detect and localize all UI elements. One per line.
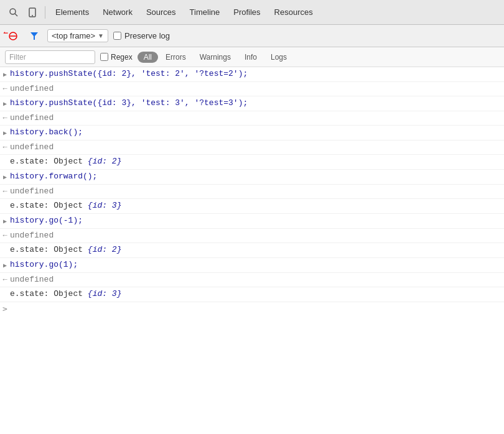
expand-button[interactable]: ▶ (0, 172, 10, 183)
output-arrow: ← (0, 142, 10, 152)
nav-item-resources[interactable]: Resources (268, 5, 319, 19)
filter-tabs: All Errors Warnings Info Logs (138, 52, 293, 63)
log-text: undefined (10, 274, 502, 285)
log-text: undefined (10, 186, 502, 197)
frame-selector[interactable]: <top frame> ▼ (47, 29, 108, 42)
regex-label[interactable]: Regex (100, 53, 133, 62)
output-arrow: ← (0, 83, 10, 93)
log-text: history.pushState({id: 3}, 'test: 3', '?… (10, 98, 502, 109)
log-text: history.go(-1); (10, 215, 502, 226)
log-text: undefined (10, 230, 502, 241)
top-nav-bar: Elements Network Sources Timeline Profil… (0, 0, 504, 25)
svg-point-0 (10, 9, 16, 14)
frame-selector-label: <top frame> (52, 31, 95, 40)
log-entry: ←undefined (0, 185, 504, 199)
tab-warnings[interactable]: Warnings (194, 52, 237, 63)
log-text: undefined (10, 142, 502, 153)
log-text: e.state: Object {id: 2} (10, 244, 502, 256)
filter-button[interactable] (26, 28, 42, 44)
log-entry: ←undefined (0, 141, 504, 155)
preserve-log-label: Preserve log (124, 31, 170, 40)
expand-button[interactable]: ▶ (0, 98, 10, 109)
nav-item-timeline[interactable]: Timeline (184, 5, 226, 19)
nav-item-network[interactable]: Network (96, 5, 139, 19)
log-text: undefined (10, 83, 502, 95)
log-entry: ←undefined (0, 273, 504, 287)
filter-row: Regex All Errors Warnings Info Logs (0, 47, 504, 67)
spacer (0, 201, 10, 212)
output-arrow: ← (0, 113, 10, 122)
log-entry: ▶history.go(-1); (0, 214, 504, 229)
output-arrow: ← (0, 186, 10, 196)
log-text: undefined (10, 113, 502, 124)
log-text: history.back(); (10, 127, 502, 138)
log-text: history.pushState({id: 2}, 'test: 2', '?… (10, 68, 502, 80)
nav-item-sources[interactable]: Sources (140, 5, 182, 19)
spacer (0, 157, 10, 168)
log-entry: ▶history.go(1); (0, 258, 504, 273)
tab-info[interactable]: Info (238, 52, 263, 63)
log-text: e.state: Object {id: 3} (10, 200, 502, 211)
log-entry: e.state: Object {id: 2} (0, 243, 504, 258)
nav-item-elements[interactable]: Elements (49, 5, 95, 19)
spacer (0, 245, 10, 256)
log-entry: ▶history.pushState({id: 3}, 'test: 3', '… (0, 96, 504, 111)
log-entry: ▶history.forward(); (0, 170, 504, 185)
preserve-log-checkbox[interactable] (113, 32, 121, 40)
nav-item-profiles[interactable]: Profiles (227, 5, 266, 19)
main-content: ⃐⃐ <top frame> ▼ Preserve log Regex (0, 25, 504, 434)
tab-errors[interactable]: Errors (159, 52, 192, 63)
log-entry: ▶history.pushState({id: 2}, 'test: 2', '… (0, 67, 504, 82)
log-text: e.state: Object {id: 2} (10, 156, 502, 167)
console-prompt[interactable]: > (0, 302, 504, 315)
log-entry: ▶history.back(); (0, 126, 504, 141)
log-entry: e.state: Object {id: 3} (0, 199, 504, 214)
log-text: history.go(1); (10, 259, 502, 270)
log-text: e.state: Object {id: 3} (10, 289, 502, 300)
filter-input[interactable] (5, 50, 95, 64)
toolbar: ⃐⃐ <top frame> ▼ Preserve log (0, 25, 504, 47)
search-icon[interactable] (5, 4, 22, 21)
expand-button[interactable]: ▶ (0, 69, 10, 80)
log-text: history.forward(); (10, 171, 502, 182)
chevron-down-icon: ▼ (98, 32, 104, 39)
log-entry: ←undefined (0, 229, 504, 243)
block-button[interactable]: ⃐⃐ (5, 28, 21, 44)
console-log[interactable]: ▶history.pushState({id: 2}, 'test: 2', '… (0, 67, 504, 434)
device-icon[interactable] (24, 4, 41, 21)
preserve-log-container: Preserve log (113, 31, 170, 40)
log-entry: ←undefined (0, 111, 504, 126)
output-arrow: ← (0, 274, 10, 284)
nav-separator (45, 6, 45, 19)
expand-button[interactable]: ▶ (0, 127, 10, 139)
svg-marker-6 (30, 32, 38, 40)
log-entry: e.state: Object {id: 2} (0, 155, 504, 170)
log-entry: ←undefined (0, 82, 504, 96)
svg-line-1 (15, 14, 17, 16)
spacer (0, 289, 10, 300)
tab-logs[interactable]: Logs (264, 52, 293, 63)
regex-checkbox[interactable] (100, 53, 108, 61)
regex-label-text: Regex (111, 53, 133, 62)
tab-all[interactable]: All (138, 52, 158, 63)
output-arrow: ← (0, 230, 10, 240)
expand-button[interactable]: ▶ (0, 260, 10, 271)
log-entry: e.state: Object {id: 3} (0, 287, 504, 302)
expand-button[interactable]: ▶ (0, 216, 10, 227)
